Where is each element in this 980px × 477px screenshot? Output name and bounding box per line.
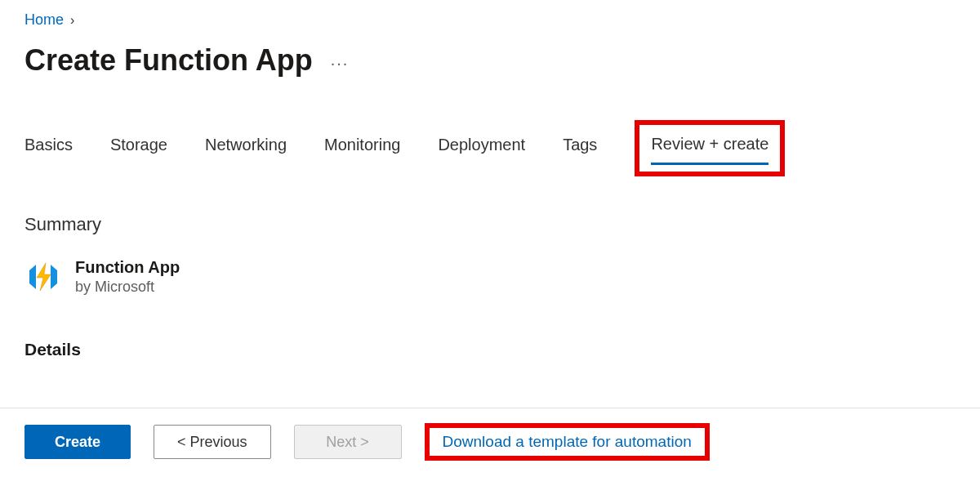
next-button: Next > <box>294 425 402 459</box>
create-button[interactable]: Create <box>24 425 131 459</box>
tab-tags[interactable]: Tags <box>563 134 597 166</box>
tab-monitoring[interactable]: Monitoring <box>324 134 400 166</box>
tab-review-create[interactable]: Review + create <box>651 133 768 165</box>
tab-strip: Basics Storage Networking Monitoring Dep… <box>24 122 956 178</box>
summary-row: Function App by Microsoft <box>24 258 956 296</box>
annotation-highlight: Download a template for automation <box>425 423 710 461</box>
page-title: Create Function App <box>24 43 313 78</box>
footer-bar: Create < Previous Next > Download a temp… <box>0 408 980 477</box>
annotation-highlight: Review + create <box>635 120 785 176</box>
previous-button[interactable]: < Previous <box>154 425 271 459</box>
breadcrumb-home[interactable]: Home <box>24 11 64 29</box>
svg-marker-0 <box>37 263 51 291</box>
more-actions-button[interactable]: ··· <box>331 49 350 73</box>
breadcrumb: Home › <box>24 11 956 29</box>
tab-deployment[interactable]: Deployment <box>438 134 525 166</box>
app-name: Function App <box>75 258 180 277</box>
chevron-right-icon: › <box>70 13 74 28</box>
app-publisher: by Microsoft <box>75 279 180 296</box>
tab-basics[interactable]: Basics <box>24 134 73 166</box>
function-app-icon <box>24 258 62 296</box>
tab-networking[interactable]: Networking <box>205 134 287 166</box>
summary-heading: Summary <box>24 214 956 235</box>
tab-storage[interactable]: Storage <box>110 134 167 166</box>
details-heading: Details <box>24 340 956 359</box>
download-template-link[interactable]: Download a template for automation <box>443 433 692 450</box>
